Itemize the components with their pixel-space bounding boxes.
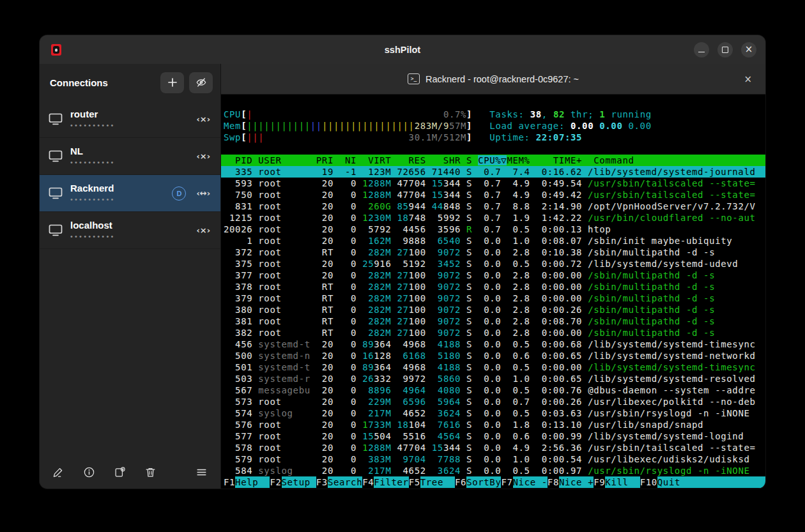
fn-nice--button[interactable]: Nice + [559,476,594,488]
text-segment: 1 [362,178,368,188]
text-segment: 848 S 0.7 8.8 2:14.90 /opt/VpnHoodServer… [443,201,756,211]
text-segment: 288M [368,443,391,453]
terminal-tab-close-button[interactable]: × [740,64,756,94]
fn-nice--button[interactable]: Nice - [513,476,548,488]
delete-connection-button[interactable] [144,466,157,478]
text-segment [264,132,408,142]
terminal-tab-bar[interactable]: >_ Racknerd - root@racknerd-0c9627: ~ × [221,64,765,95]
edit-connection-button[interactable] [52,466,65,478]
process-row: 335 root 19 -1 123M 72656 71440 S 0.7 7.… [221,166,765,178]
text-segment: S 0.0 1.0 0:08.07 /sbin/init maybe-ubiqu… [461,236,732,246]
fn-setup-button[interactable]: Setup [282,476,316,488]
add-connection-button[interactable] [160,72,184,93]
text-segment: 27 [397,316,408,326]
text-segment: /usr/bin/cloudflared --no-aut [588,213,755,223]
process-row: 593 root 20 0 1288M 47704 15344 S 0.7 4.… [224,178,765,189]
text-segment: 916 5192 [374,259,432,269]
text-segment: S 0.0 0.7 0:00.26 /usr/libexec/polkitd -… [461,397,755,407]
text-segment: 1 [362,213,368,223]
maximize-button[interactable] [717,42,733,57]
process-row: 456 systemd-t 20 0 89364 4968 4188 S 0.0… [224,338,765,350]
text-segment: S 0.0 2.8 0:08.70 [461,316,588,326]
text-segment [224,144,229,154]
text-segment: systemd-t [258,339,310,349]
text-segment: systemd-t [258,362,310,372]
text-segment: 100 [409,305,432,315]
text-segment: 15 [362,431,374,441]
copy-connection-button[interactable] [114,466,126,478]
plus-icon [167,77,178,87]
text-segment: S 0.0 2.8 0:00.26 [461,305,588,315]
fn-filter-button[interactable]: Filter [374,476,408,488]
pencil-icon [52,466,65,478]
fn-kill-button[interactable]: Kill [605,476,640,488]
text-segment: 260G [362,201,391,211]
fn-quit-button[interactable]: Quit [657,476,765,488]
text-segment: 288M [368,190,391,200]
text-segment: 27 [397,305,408,315]
connection-info-button[interactable] [83,466,95,478]
text-segment: 6596 [397,397,425,407]
text-segment: 6540 [432,236,461,246]
minimize-button[interactable] [694,42,709,57]
text-segment: 375 root 20 0 [224,259,362,269]
fnkey-f7: F7 [501,476,512,488]
connection-text: localhost •••••••••• [70,220,188,240]
connection-item-racknerd[interactable]: Racknerd •••••••••• D ‹↔› [40,175,220,212]
connection-item-localhost[interactable]: localhost •••••••••• ‹×› [40,212,220,249]
text-segment: CPU%▽ [478,155,507,165]
text-segment: S 0.0 0.5 0:00.97 [461,466,588,476]
text-segment: 578 root 20 0 [224,443,362,453]
text-segment: /usr/sbin/tailscaled --state= [588,178,755,188]
text-segment: S 0.0 2.8 0:00.00 [461,270,588,280]
text-segment: 748 5992 S 0.7 1.9 1:42.22 [409,213,588,223]
text-segment: 20 0 [310,385,362,395]
window-controls: × [694,42,756,57]
text-segment: 282M [362,328,391,338]
text-segment: 831 root 20 0 [224,201,362,211]
fn-search-button[interactable]: Search [328,476,362,488]
text-segment: /sbin/multipathd -d -s [588,328,715,338]
blank-line [224,143,765,155]
text-segment: 579 root 20 0 [224,454,362,464]
connection-badge: D [172,186,186,201]
hide-passwords-button[interactable] [189,72,213,93]
text-segment: /sbin/multipathd -d -s [588,282,715,292]
connection-item-router[interactable]: router •••••••••• ‹×› [40,101,220,138]
menu-button[interactable] [195,466,208,478]
text-segment: 217M [362,408,391,418]
text-segment: S 0.0 2.8 0:00.00 [461,282,588,292]
fn-tree-button[interactable]: Tree [420,476,455,488]
terminal-screen[interactable]: CPU[| 0.7%] Tasks: 38, 82 thr; 1 running… [221,95,765,489]
text-segment: 25 [362,259,374,269]
text-segment: messagebu [258,385,310,395]
text-segment: /sbin/multipathd -d -s [588,293,715,303]
text-segment: 4188 [432,362,461,372]
text-segment: 100 [409,293,432,303]
text-segment: 501 [224,362,258,372]
text-segment: 0.7% [443,109,466,119]
text-segment: 18 [397,213,409,223]
text-segment: 15 [432,190,443,200]
connection-item-nl[interactable]: NL •••••••••• ‹×› [40,138,220,175]
close-button[interactable]: × [741,42,756,57]
monitor-icon [49,150,63,162]
fnkey-f5: F5 [409,476,420,488]
text-segment: /sbin/multipathd -d -s [588,270,715,280]
text-segment: 500 [224,351,258,361]
process-row: 377 root 20 0 282M 27100 9072 S 0.0 2.8 … [224,270,765,281]
process-row: 750 root 20 0 1288M 47704 15344 S 0.7 4.… [224,189,765,201]
text-segment: 89 [362,339,374,349]
fn-help-button[interactable]: Help [235,476,270,488]
text-segment: 567 [224,385,258,395]
text-segment: S 0.0 0.5 0:00.00 [461,362,588,372]
text-segment: S 0.0 0.5 0:00.68 /lib/systemd/systemd-t… [461,339,755,349]
text-segment: 85 [397,201,408,211]
text-segment [472,121,489,131]
text-segment: 4964 [397,385,426,395]
text-segment: 89 [362,362,374,372]
fn-sortby-button[interactable]: SortBy [466,476,501,488]
process-row: 831 root 20 0 260G 85944 44848 S 0.7 8.8… [224,201,765,212]
text-segment: | [247,109,252,119]
text-segment: 3624 [432,408,461,418]
